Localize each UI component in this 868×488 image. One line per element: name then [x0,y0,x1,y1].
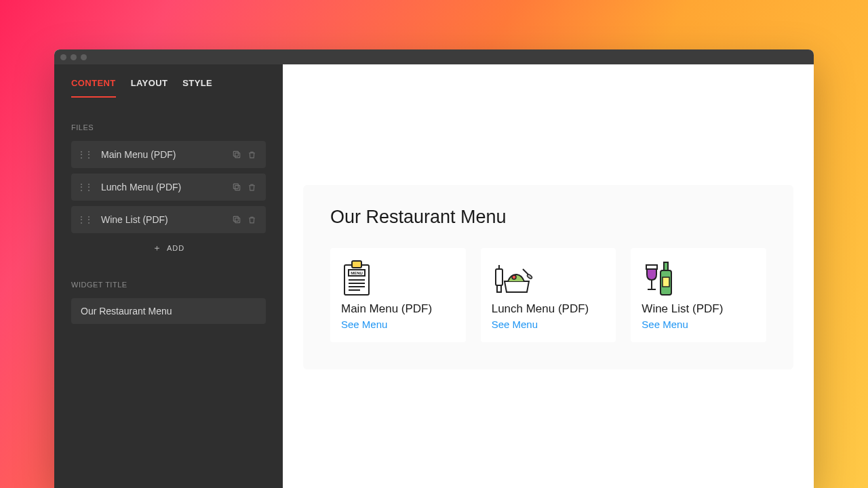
menu-widget: Our Restaurant Menu MENU [303,185,793,369]
file-label: Lunch Menu (PDF) [101,182,229,192]
svg-point-14 [512,275,516,279]
tab-layout[interactable]: LAYOUT [131,78,168,98]
tab-content[interactable]: CONTENT [71,78,116,98]
svg-rect-15 [496,269,502,285]
plus-icon: ＋ [153,242,161,254]
drag-handle-icon[interactable]: ⋮⋮ [77,149,92,160]
add-label: ADD [167,244,184,252]
preview-area: Our Restaurant Menu MENU [283,64,814,488]
svg-rect-20 [646,265,657,269]
card-title: Wine List (PDF) [642,302,755,316]
svg-rect-17 [497,285,501,292]
menu-card: MENU Main Menu (PDF) See Menu [330,248,466,342]
file-label: Main Menu (PDF) [101,149,229,160]
widget-title: Our Restaurant Menu [330,207,766,228]
widget-title-label: WIDGET TITLE [71,281,266,289]
svg-rect-4 [235,218,240,223]
duplicate-icon[interactable] [229,150,244,159]
see-menu-link[interactable]: See Menu [341,319,455,330]
card-title: Main Menu (PDF) [341,302,455,316]
sidebar: CONTENT LAYOUT STYLE FILES ⋮⋮ Main Menu … [54,64,283,488]
svg-rect-1 [233,151,238,156]
svg-point-19 [526,274,532,280]
menu-cards: MENU Main Menu (PDF) See Menu [330,248,766,342]
svg-rect-2 [235,186,240,190]
svg-rect-3 [233,184,238,188]
file-row[interactable]: ⋮⋮ Main Menu (PDF) [71,141,266,168]
delete-icon[interactable] [244,150,259,159]
see-menu-link[interactable]: See Menu [642,319,755,330]
svg-rect-5 [233,216,238,221]
delete-icon[interactable] [244,183,259,192]
menu-card: Wine List (PDF) See Menu [631,248,766,342]
files-section-label: FILES [71,123,266,131]
duplicate-icon[interactable] [229,182,244,192]
menu-card: Lunch Menu (PDF) See Menu [481,248,616,342]
widget-title-input[interactable] [71,298,266,324]
window-maximize-button[interactable] [81,54,87,60]
menu-icon: MENU [341,259,455,298]
svg-text:MENU: MENU [351,271,363,275]
window-titlebar [54,49,814,64]
see-menu-link[interactable]: See Menu [492,319,606,330]
editor-window: CONTENT LAYOUT STYLE FILES ⋮⋮ Main Menu … [54,49,814,488]
editor-body: CONTENT LAYOUT STYLE FILES ⋮⋮ Main Menu … [54,64,814,488]
svg-rect-7 [352,261,361,268]
tab-style[interactable]: STYLE [182,78,212,98]
window-minimize-button[interactable] [71,54,77,60]
file-row[interactable]: ⋮⋮ Lunch Menu (PDF) [71,174,266,201]
svg-rect-25 [663,277,669,287]
wine-icon [642,259,755,298]
delete-icon[interactable] [244,216,259,224]
file-label: Wine List (PDF) [101,214,229,225]
window-close-button[interactable] [60,54,66,60]
sidebar-tabs: CONTENT LAYOUT STYLE [71,78,266,98]
drag-handle-icon[interactable]: ⋮⋮ [77,182,92,192]
drag-handle-icon[interactable]: ⋮⋮ [77,214,92,225]
card-title: Lunch Menu (PDF) [492,302,606,316]
salad-icon [492,259,606,298]
file-row[interactable]: ⋮⋮ Wine List (PDF) [71,206,266,233]
duplicate-icon[interactable] [229,215,244,224]
add-file-button[interactable]: ＋ ADD [71,239,266,258]
svg-rect-0 [235,153,240,158]
svg-rect-24 [664,262,668,270]
